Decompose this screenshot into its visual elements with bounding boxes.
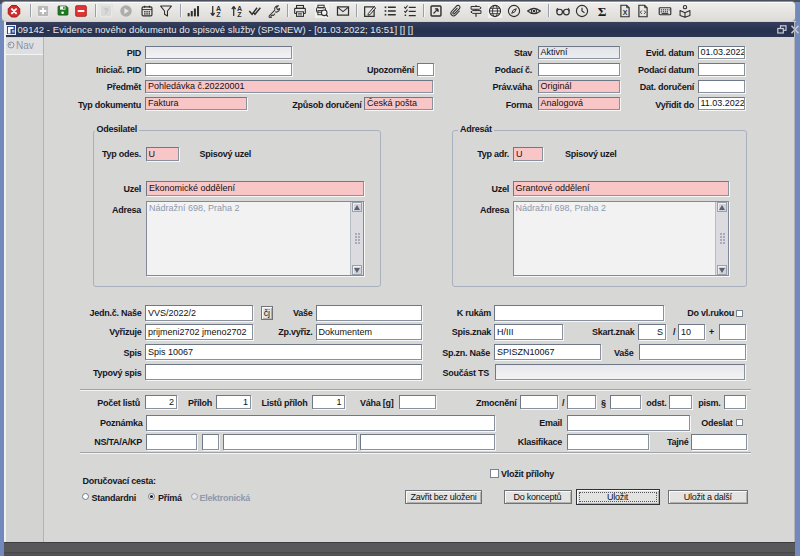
svg-text:X: X: [622, 8, 627, 15]
svg-text:Σ: Σ: [598, 4, 607, 18]
svg-text:Z: Z: [216, 10, 221, 17]
svg-text:Z: Z: [237, 10, 242, 17]
svg-text:?: ?: [103, 6, 108, 15]
